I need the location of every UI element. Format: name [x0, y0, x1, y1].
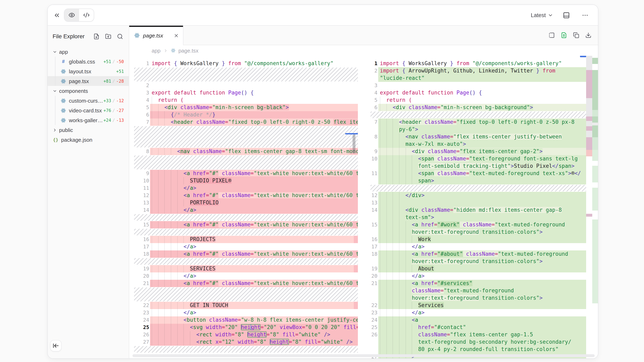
- code-line-26[interactable]: 26 <rect width="8" height="8" fill="whit…: [129, 331, 358, 338]
- code-line-24[interactable]: 24 <button className="w-8 h-8 flex items…: [129, 316, 358, 324]
- file-tree-item-package.json[interactable]: {}package.json: [48, 135, 129, 145]
- code-line-6[interactable]: 6 {/* Header */}: [129, 111, 358, 118]
- panel-bottom-button[interactable]: [560, 9, 572, 21]
- code-line-7[interactable]: 7 <header className="fixed top-0 left-0 …: [129, 118, 358, 126]
- more-options-button[interactable]: [579, 9, 590, 21]
- horizontal-scrollbar[interactable]: [132, 354, 595, 357]
- code-line-25[interactable]: 25 href="#contact": [366, 324, 586, 331]
- code-line-18[interactable]: 18 <a href="#about" className="text-mute…: [366, 250, 586, 258]
- code-line-19[interactable]: 19 About: [366, 265, 586, 272]
- code-line-17[interactable]: 17 </a>: [366, 243, 586, 250]
- breadcrumb-folder[interactable]: app: [152, 47, 160, 53]
- collapse-sidebar-button[interactable]: [50, 340, 62, 352]
- code-line-wrap[interactable]: font-semibold tracking-tight">Studio Pix…: [366, 162, 586, 170]
- code-line-8[interactable]: 8 <nav className="flex items-center just…: [366, 133, 586, 140]
- new-file-button[interactable]: [93, 33, 100, 39]
- code-line-24[interactable]: 24 <a: [366, 316, 586, 324]
- code-line-22[interactable]: 22 GET IN TOUCH: [129, 302, 358, 309]
- code-line-wrap[interactable]: span>: [366, 177, 586, 184]
- code-line-22[interactable]: 22 Services: [366, 302, 586, 309]
- file-name: video-card.tsx: [69, 107, 102, 113]
- version-dropdown[interactable]: Latest: [531, 12, 553, 18]
- code-line-10[interactable]: 10 <span className="text-foreground font…: [366, 155, 586, 162]
- code-line-16[interactable]: 16 PROJECTS: [129, 236, 358, 243]
- code-line-9[interactable]: 9 <a href="#" className="text-white hove…: [129, 170, 358, 177]
- code-line-9[interactable]: 9 <div className="flex items-center gap-…: [366, 148, 586, 155]
- code-line-21[interactable]: 21 <a href="#services": [366, 280, 586, 287]
- code-line-wrap[interactable]: className="text-muted-foreground: [366, 287, 586, 294]
- code-line-19[interactable]: 19 SERVICES: [129, 265, 358, 272]
- file-tree-item-video-card.tsx[interactable]: video-card.tsx+76/-27: [48, 105, 129, 115]
- code-line-14[interactable]: 14 <div className="hidden md:flex items-…: [366, 206, 586, 214]
- code-line-20[interactable]: 20 </a>: [366, 272, 586, 280]
- code-line-18[interactable]: 18 <a href="#" className="text-white hov…: [129, 250, 358, 258]
- code-line-10[interactable]: 10 STUDIO PIXEL®: [129, 177, 358, 184]
- file-tree-item-app[interactable]: app: [48, 47, 129, 57]
- code-line-wrap[interactable]: text-foreground bg-secondary hover:bg-se…: [366, 338, 586, 346]
- code-line-12[interactable]: 12 </div>: [366, 192, 586, 199]
- code-line-14[interactable]: 14 </a>: [129, 206, 358, 214]
- code-line-wrap[interactable]: "lucide-react": [366, 74, 586, 82]
- code-line-wrap[interactable]: text-sm">: [366, 214, 586, 221]
- code-line-6[interactable]: 6 <div className="min-h-screen bg-backgr…: [366, 104, 586, 111]
- copy-button[interactable]: [573, 32, 579, 38]
- code-line-3[interactable]: 3: [366, 82, 586, 89]
- download-button[interactable]: [585, 32, 592, 38]
- code-line-wrap[interactable]: hover:text-foreground transition-colors"…: [366, 228, 586, 236]
- code-line-wrap[interactable]: hover:text-foreground transition-colors"…: [366, 258, 586, 265]
- code-line-wrap[interactable]: hover:text-foreground transition-colors"…: [366, 294, 586, 302]
- code-line-wrap[interactable]: 80 px-4 py-2 rounded-full transition-col…: [366, 346, 586, 353]
- file-tree-item-page.tsx[interactable]: page.tsx+81/-28: [48, 76, 129, 86]
- code-line-3[interactable]: 3export default function Page() {: [129, 89, 358, 96]
- file-tree-item-globals.css[interactable]: #globals.css+51/-50: [48, 57, 129, 66]
- code-line-wrap[interactable]: py-6">: [366, 126, 586, 133]
- diff-pane-new[interactable]: 1import { WorksGallery } from "@/compone…: [366, 56, 586, 358]
- code-line-5[interactable]: 5 return (: [366, 96, 586, 104]
- split-view-button[interactable]: [548, 32, 555, 38]
- collapse-panel-button[interactable]: [51, 9, 62, 21]
- file-tree-item-components[interactable]: components: [48, 86, 129, 96]
- file-tree-item-custom-curs-[interactable]: custom-curs…+33/-12: [48, 96, 129, 105]
- code-line-23[interactable]: 23 </a>: [366, 309, 586, 316]
- code-line-12[interactable]: 12 <a href="#" className="text-white hov…: [129, 192, 358, 199]
- file-tree-item-works-galler-[interactable]: works-galler…+24/-13: [48, 115, 129, 125]
- code-line-16[interactable]: 16 Work: [366, 236, 586, 243]
- close-tab-button[interactable]: [174, 33, 179, 38]
- code-line-1[interactable]: 1import { WorksGallery } from "@/compone…: [366, 60, 586, 67]
- code-line-15[interactable]: 15 <a href="#" className="text-white hov…: [129, 221, 358, 228]
- code-line-15[interactable]: 15 <a href="#work" className="text-muted…: [366, 221, 586, 228]
- code-line-4[interactable]: 4 return (: [129, 96, 358, 104]
- code-line-7[interactable]: 7 <header className="fixed top-0 left-0 …: [366, 118, 586, 126]
- code-line-26[interactable]: 26 className="flex items-center gap-1.5: [366, 331, 586, 338]
- file-tree-item-layout.tsx[interactable]: layout.tsx+51: [48, 66, 129, 76]
- diff-overview-additions[interactable]: [592, 56, 598, 358]
- code-line-2[interactable]: 2import { ArrowUpRight, Github, Linkedin…: [366, 67, 586, 74]
- code-line-13[interactable]: 13 PORTFOLIO: [129, 199, 358, 206]
- code-line-2[interactable]: 2: [129, 82, 358, 89]
- left-pane-scrollbar-thumb[interactable]: [352, 134, 356, 153]
- file-tree-item-public[interactable]: public: [48, 125, 129, 135]
- diff-overview-deletions[interactable]: [586, 56, 592, 358]
- tab-page-tsx[interactable]: page.tsx: [129, 26, 184, 45]
- code-line-4[interactable]: 4export default function Page() {: [366, 89, 586, 96]
- new-folder-button[interactable]: [105, 33, 111, 39]
- code-line-wrap[interactable]: max-w-7xl mx-auto">: [366, 140, 586, 148]
- code-line-17[interactable]: 17 </a>: [129, 243, 358, 250]
- code-toggle-button[interactable]: [79, 9, 94, 21]
- search-files-button[interactable]: [117, 33, 123, 39]
- chevron-down-icon: [52, 89, 59, 93]
- diff-pane-old[interactable]: 1import { WorksGallery } from "@/compone…: [129, 56, 358, 358]
- code-line-11[interactable]: 11 </a>: [129, 184, 358, 192]
- code-line-11[interactable]: 11 <span className="text-muted-foregroun…: [366, 170, 586, 177]
- code-line-8[interactable]: 8 <nav className="flex items-center gap-…: [129, 148, 358, 155]
- code-line-1[interactable]: 1import { WorksGallery } from "@/compone…: [129, 60, 358, 67]
- code-line-13[interactable]: 13: [366, 199, 586, 206]
- code-line-23[interactable]: 23 </a>: [129, 309, 358, 316]
- code-line-5[interactable]: 5 <div className="min-h-screen bg-black"…: [129, 104, 358, 111]
- code-line-25[interactable]: 25 <svg width="20" height="20" viewBox="…: [129, 324, 358, 331]
- preview-toggle-button[interactable]: [64, 9, 79, 21]
- code-line-20[interactable]: 20 </a>: [129, 272, 358, 280]
- code-line-27[interactable]: 27 <rect x="12" width="8" height="8" fil…: [129, 338, 358, 346]
- file-diff-button[interactable]: [561, 32, 567, 38]
- code-line-21[interactable]: 21 <a href="#" className="text-white hov…: [129, 280, 358, 287]
